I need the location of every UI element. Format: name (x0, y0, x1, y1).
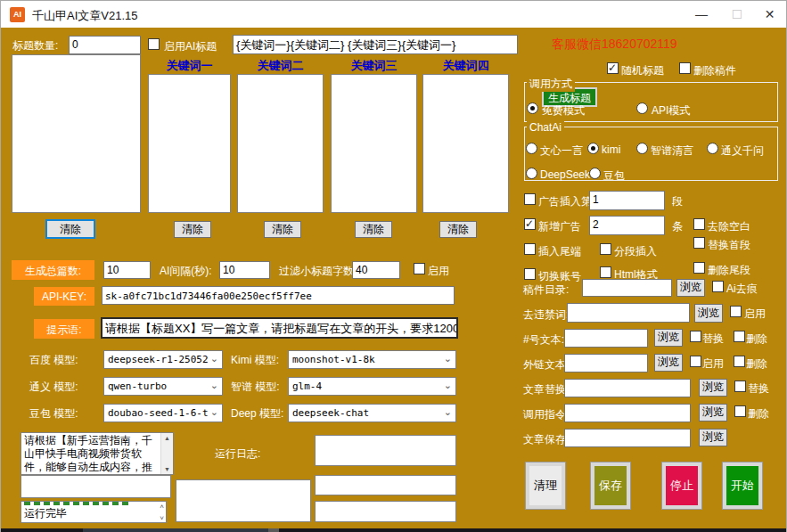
log-box-right-top[interactable] (315, 435, 456, 466)
baidu-model-value: deepseek-r1-250528 (108, 354, 208, 365)
extlink-enable-checkbox[interactable] (690, 356, 701, 367)
extlink-enable-label: 启用 (702, 356, 724, 372)
wenxin-radio[interactable] (526, 143, 537, 154)
deepseek-radio[interactable] (526, 168, 537, 179)
kimi-model-label: Kimi 模型: (231, 353, 279, 368)
command-browse-button[interactable]: 浏览 (699, 404, 727, 422)
api-key-input[interactable]: sk-a0fc71bc1d73446fa00e250ecf5ff7ee (102, 286, 455, 305)
ad-insert-label: 广告插入第 (538, 194, 592, 209)
enable-ai-title-checkbox[interactable] (148, 38, 160, 50)
api-mode-radio[interactable] (636, 102, 648, 114)
tongyi-model-label: 通义 模型: (29, 380, 78, 395)
clear-keyword1-button[interactable]: 清除 (174, 221, 211, 238)
ad-insert-input[interactable]: 1 (589, 191, 665, 210)
article-replace-checkbox[interactable] (734, 381, 746, 392)
filter-subtitle-input[interactable]: 40 (352, 261, 400, 279)
taskbar-segment (83, 528, 268, 532)
close-button[interactable]: ✕ (753, 1, 786, 28)
extlink-text-input[interactable] (564, 354, 648, 372)
delete-tail-checkbox[interactable] (693, 262, 705, 274)
new-ad-checkbox[interactable] (524, 218, 536, 230)
clear-keyword3-button[interactable]: 清除 (355, 221, 392, 238)
switch-account-checkbox[interactable] (524, 268, 536, 280)
log-box-left[interactable] (20, 475, 171, 498)
delete-draft-checkbox[interactable] (679, 62, 691, 74)
hash-text-browse-button[interactable]: 浏览 (654, 329, 683, 347)
replace-first-checkbox[interactable] (693, 237, 705, 249)
prompt-input[interactable]: 请根据【标题XX】写一篇文章，请把标题写在文章的开头，要求1200字左右 (101, 317, 458, 339)
service-wechat-label: 客服微信18620702119 (552, 37, 677, 53)
banned-words-enable-checkbox[interactable] (730, 306, 742, 317)
minimize-button[interactable]: — (682, 1, 721, 28)
prompt-preview-textarea[interactable]: 请根据【新手运营指南，千山甲快手电商视频带货软件，能够自动生成内容，推 ▲ ▼ (20, 432, 174, 475)
clear-keyword4-button[interactable]: 清除 (439, 221, 477, 238)
ai-interval-input[interactable]: 10 (219, 261, 270, 279)
maximize-button[interactable]: ☐ (721, 1, 753, 28)
save-path-input[interactable] (564, 429, 691, 447)
vertical-scrollbar[interactable]: ▲ ▼ (160, 433, 173, 474)
title-template-input[interactable]: {关键词一}{关键词二} {关键词三}{关键词一} (233, 35, 518, 54)
banned-words-input[interactable] (567, 303, 690, 323)
zhipu-radio[interactable] (636, 143, 648, 154)
article-replace-check-label: 替换 (748, 381, 769, 397)
keyword3-listbox[interactable] (331, 74, 417, 213)
start-button[interactable]: 开始 (723, 462, 762, 509)
insert-tail-checkbox[interactable] (524, 243, 536, 255)
segment-insert-checkbox[interactable] (600, 243, 611, 255)
extlink-browse-button[interactable]: 浏览 (654, 354, 683, 372)
save-button[interactable]: 保存 (591, 462, 630, 509)
doubao-label: 豆包 (603, 168, 625, 184)
log-box-right-mid[interactable] (315, 475, 456, 495)
clear-titles-button[interactable]: 清除 (45, 219, 95, 239)
extlink-text-label: 外链文本: (523, 357, 569, 372)
draft-dir-browse-button[interactable]: 浏览 (676, 279, 705, 297)
tongyi-radio[interactable] (707, 143, 718, 154)
doubao-radio[interactable] (589, 168, 601, 179)
hash-text-input[interactable] (564, 329, 648, 348)
keyword2-listbox[interactable] (237, 74, 324, 213)
extlink-delete-checkbox[interactable] (734, 356, 745, 367)
new-ad-input[interactable]: 2 (589, 216, 665, 235)
clear-keyword2-button[interactable]: 清除 (264, 221, 301, 238)
scroll-up-icon[interactable]: ▲ (161, 435, 173, 441)
doubao-model-value: doubao-seed-1-6-thir (108, 407, 208, 419)
draft-dir-input[interactable] (582, 279, 672, 297)
stop-button[interactable]: 停止 (662, 462, 701, 509)
save-path-browse-button[interactable]: 浏览 (699, 429, 727, 446)
kimi-radio[interactable] (587, 143, 599, 154)
titles-listbox[interactable] (12, 54, 141, 213)
html-format-checkbox[interactable] (600, 266, 611, 278)
keyword4-listbox[interactable] (422, 74, 509, 213)
total-count-input[interactable]: 10 (103, 261, 151, 279)
kimi-model-select[interactable]: moonshot-v1-8k ⌄ (288, 350, 456, 369)
status-box[interactable]: 运行完毕 ˄ ˅ (20, 501, 167, 523)
command-delete-checkbox[interactable] (734, 405, 746, 417)
baidu-model-select[interactable]: deepseek-r1-250528 ⌄ (103, 350, 223, 369)
log-box-middle[interactable] (176, 479, 311, 522)
spinner-up-icon[interactable]: ˄ (160, 503, 164, 511)
banned-words-browse-button[interactable]: 浏览 (694, 304, 723, 323)
zhipu-model-select[interactable]: glm-4 ⌄ (288, 377, 456, 396)
keyword1-listbox[interactable] (148, 74, 231, 213)
doubao-model-select[interactable]: doubao-seed-1-6-thir ⌄ (103, 404, 223, 422)
tongyi-model-select[interactable]: qwen-turbo ⌄ (103, 377, 223, 396)
filter-enable-checkbox[interactable] (414, 263, 425, 274)
hash-replace-checkbox[interactable] (690, 331, 701, 342)
article-replace-browse-button[interactable]: 浏览 (699, 379, 727, 397)
log-box-right-bottom[interactable] (315, 501, 456, 522)
article-replace-input[interactable] (564, 379, 691, 397)
clean-button[interactable]: 清理 (526, 462, 565, 509)
free-mode-radio[interactable] (527, 102, 538, 114)
article-replace-label: 文章替换: (523, 382, 569, 397)
hash-delete-checkbox[interactable] (734, 331, 745, 342)
scroll-down-icon[interactable]: ▼ (161, 466, 173, 472)
random-title-checkbox[interactable] (607, 62, 619, 74)
deep-model-select[interactable]: deepseek-chat ⌄ (288, 404, 456, 422)
ai-trace-checkbox[interactable] (712, 281, 724, 292)
title-count-input[interactable]: 0 (69, 36, 141, 54)
remove-blank-checkbox[interactable] (693, 218, 705, 230)
spinner-down-icon[interactable]: ˅ (160, 514, 164, 522)
command-input[interactable] (564, 404, 691, 422)
new-ad-label: 新增广告 (538, 219, 581, 234)
ad-insert-checkbox[interactable] (524, 193, 536, 205)
